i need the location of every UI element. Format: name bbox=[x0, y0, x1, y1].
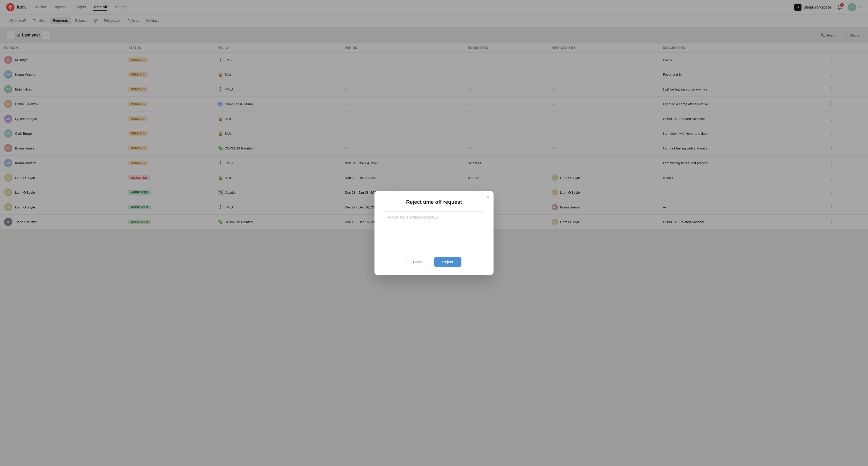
modal-close-button[interactable]: × bbox=[487, 195, 489, 200]
reject-modal: × Reject time off request Cancel Reject bbox=[374, 191, 494, 229]
modal-overlay[interactable]: × Reject time off request Cancel Reject bbox=[0, 0, 868, 229]
reject-reason-input[interactable] bbox=[383, 211, 485, 229]
modal-title: Reject time off request bbox=[383, 199, 485, 205]
